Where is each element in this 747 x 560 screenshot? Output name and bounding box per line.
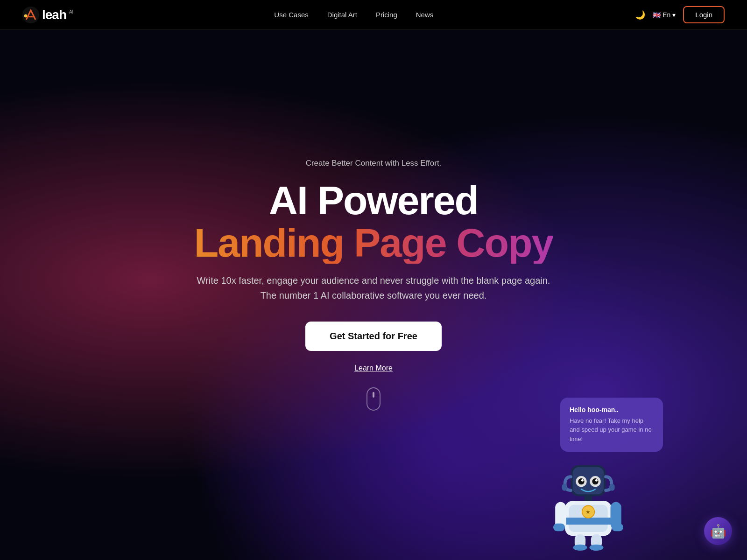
chat-bubble-title: Hello hoo-man.. — [570, 406, 654, 413]
svg-point-24 — [573, 545, 587, 551]
chat-bubble: Hello hoo-man.. Have no fear! Take my he… — [560, 398, 663, 452]
svg-point-8 — [578, 478, 584, 484]
nav-use-cases[interactable]: Use Cases — [274, 11, 308, 19]
logo-ai-badge: AI — [69, 9, 72, 14]
hero-section: Create Better Content with Less Effort. … — [0, 0, 747, 560]
robot-container: Hello hoo-man.. Have no fear! Take my he… — [532, 398, 663, 551]
hero-title-white: AI Powered — [194, 179, 553, 221]
logo[interactable]: leah AI — [22, 7, 72, 23]
hero-tagline: Create Better Content with Less Effort. — [194, 159, 553, 168]
language-selector[interactable]: 🇬🇧 En ▾ — [653, 11, 676, 19]
svg-rect-12 — [585, 496, 592, 502]
logo-text: leah — [42, 7, 66, 22]
lang-label: En — [662, 11, 670, 19]
svg-point-11 — [595, 479, 598, 482]
nav-links: Use Cases Digital Art Pricing News — [274, 11, 433, 19]
robot-illustration: ★ — [542, 457, 635, 551]
svg-rect-4 — [562, 484, 567, 491]
dark-mode-toggle[interactable]: 🌙 — [635, 10, 645, 20]
chevron-down-icon: ▾ — [672, 11, 676, 19]
nav-news[interactable]: News — [416, 11, 434, 19]
svg-rect-5 — [609, 484, 615, 491]
nav-digital-art[interactable]: Digital Art — [327, 11, 357, 19]
flag-icon: 🇬🇧 — [653, 11, 661, 19]
chatbot-button[interactable]: 🤖 — [704, 517, 732, 545]
svg-point-9 — [592, 478, 598, 484]
svg-rect-19 — [553, 524, 565, 532]
moon-icon: 🌙 — [635, 10, 645, 20]
get-started-button[interactable]: Get Started for Free — [305, 322, 442, 351]
hero-title-gradient: Landing Page Copy — [194, 222, 553, 264]
svg-point-10 — [581, 479, 584, 482]
login-button[interactable]: Login — [683, 6, 725, 23]
learn-more-link[interactable]: Learn More — [354, 364, 393, 372]
hero-subtitle-line2: The number 1 AI collaborative software y… — [261, 290, 487, 301]
scroll-indicator — [366, 387, 381, 411]
hero-subtitle: Write 10x faster, engage your audience a… — [194, 273, 553, 303]
svg-point-25 — [590, 545, 604, 551]
hero-content: Create Better Content with Less Effort. … — [194, 159, 553, 411]
navbar: leah AI Use Cases Digital Art Pricing Ne… — [0, 0, 747, 30]
svg-rect-15 — [565, 518, 612, 525]
nav-pricing[interactable]: Pricing — [376, 11, 397, 19]
svg-point-1 — [24, 14, 27, 17]
hero-subtitle-line1: Write 10x faster, engage your audience a… — [197, 275, 550, 286]
chatbot-icon: 🤖 — [710, 524, 726, 539]
svg-rect-21 — [612, 524, 623, 532]
chat-bubble-text: Have no fear! Take my help and speed up … — [570, 416, 654, 444]
svg-text:★: ★ — [586, 509, 591, 515]
nav-right: 🌙 🇬🇧 En ▾ Login — [635, 6, 725, 23]
